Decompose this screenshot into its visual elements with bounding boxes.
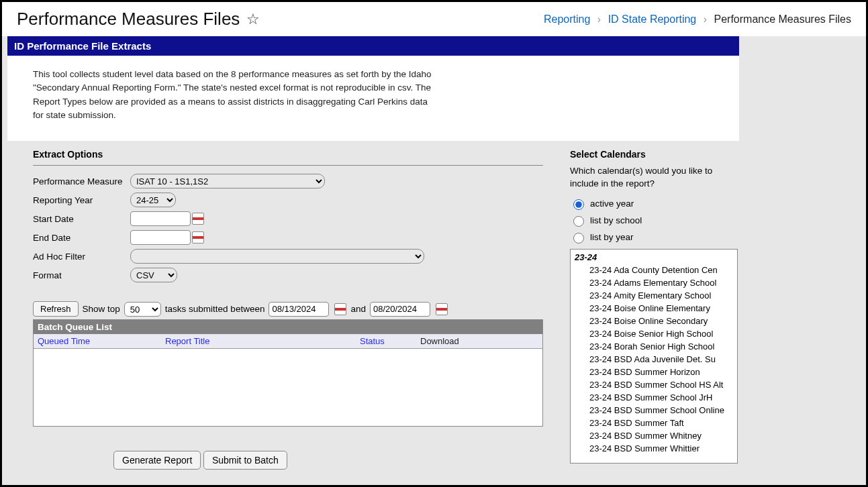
calendar-icon[interactable]	[192, 231, 204, 243]
calendar-item[interactable]: 23-24 Ada County Detention Cen	[575, 264, 733, 276]
submit-to-batch-button[interactable]: Submit to Batch	[203, 451, 287, 470]
calendar-item[interactable]: 23-24 BSD Summer Whittier	[575, 442, 733, 455]
calendar-icon[interactable]	[436, 303, 448, 315]
calendar-item[interactable]: 23-24 BSD Summer Horizon	[575, 366, 733, 378]
radio-label-school: list by school	[590, 215, 642, 225]
label-end-date: End Date	[33, 233, 130, 243]
extract-options-title: Extract Options	[33, 149, 543, 160]
favorite-star-icon[interactable]: ☆	[246, 11, 260, 28]
breadcrumb-link-state[interactable]: ID State Reporting	[608, 13, 697, 25]
col-queued-time[interactable]: Queued Time	[34, 334, 161, 348]
end-date-input[interactable]	[130, 230, 191, 245]
batch-queue-title: Batch Queue List	[34, 320, 542, 334]
select-calendars-title: Select Calendars	[570, 149, 738, 160]
date-from-input[interactable]	[269, 302, 329, 317]
calendar-listbox[interactable]: 23-24 23-24 Ada County Detention Cen23-2…	[570, 249, 738, 464]
calendar-item[interactable]: 23-24 Boise Senior High School	[575, 327, 733, 340]
calendar-item[interactable]: 23-24 Boise Online Secondary	[575, 315, 733, 327]
batch-queue-list: Batch Queue List Queued Time Report Titl…	[33, 319, 543, 427]
chevron-right-icon: ›	[704, 13, 707, 25]
label-format: Format	[33, 270, 130, 280]
label-adhoc-filter: Ad Hoc Filter	[33, 252, 130, 262]
col-report-title[interactable]: Report Title	[161, 334, 356, 348]
calendar-item[interactable]: 23-24 BSD Summer Taft	[575, 417, 733, 429]
radio-list-by-year[interactable]	[573, 233, 584, 243]
start-date-input[interactable]	[130, 211, 191, 226]
format-select[interactable]: CSV	[130, 268, 177, 282]
calendar-group[interactable]: 23-24	[575, 251, 733, 264]
chevron-right-icon: ›	[597, 13, 601, 25]
calendar-icon[interactable]	[192, 213, 204, 225]
calendar-item[interactable]: 23-24 BSD Summer Whitney	[575, 429, 733, 442]
performance-measure-select[interactable]: ISAT 10 - 1S1,1S2	[130, 174, 325, 188]
label-start-date: Start Date	[33, 214, 130, 224]
generate-report-button[interactable]: Generate Report	[113, 451, 201, 470]
adhoc-filter-select[interactable]	[130, 249, 424, 264]
radio-label-year: list by year	[590, 232, 634, 242]
calendar-item[interactable]: 23-24 Boise Online Elementary	[575, 302, 733, 315]
radio-label-active: active year	[590, 199, 634, 209]
calendar-item[interactable]: 23-24 BSD Summer School JrH	[575, 391, 733, 404]
calendar-item[interactable]: 23-24 BSD Summer School Online	[575, 404, 733, 417]
description-text: This tool collects student level data ba…	[7, 56, 739, 141]
label-reporting-year: Reporting Year	[33, 195, 130, 205]
date-to-input[interactable]	[370, 302, 430, 317]
section-banner: ID Performance File Extracts	[7, 36, 739, 56]
radio-active-year[interactable]	[573, 199, 584, 210]
and-label: and	[350, 304, 366, 314]
reporting-year-select[interactable]: 24-25	[130, 193, 176, 207]
calendar-item[interactable]: 23-24 Adams Elementary School	[575, 276, 733, 289]
page-header: Performance Measures Files ☆ Reporting ›…	[2, 2, 866, 36]
show-top-label: Show top	[83, 304, 120, 314]
breadcrumb: Reporting › ID State Reporting › Perform…	[544, 13, 851, 25]
tasks-between-label: tasks submitted between	[165, 304, 265, 314]
calendar-icon[interactable]	[334, 303, 346, 315]
calendar-item[interactable]: 23-24 BSD Summer School HS Alt	[575, 378, 733, 391]
radio-list-by-school[interactable]	[573, 216, 584, 227]
refresh-button[interactable]: Refresh	[33, 301, 79, 317]
show-top-select[interactable]: 50	[124, 302, 161, 317]
breadcrumb-link-reporting[interactable]: Reporting	[544, 13, 590, 25]
col-status[interactable]: Status	[356, 334, 416, 348]
page-title: Performance Measures Files	[17, 9, 240, 30]
calendar-item[interactable]: 23-24 Amity Elementary School	[575, 289, 733, 302]
divider	[33, 165, 543, 166]
select-calendars-question: Which calendar(s) would you like to incl…	[570, 165, 738, 191]
breadcrumb-current: Performance Measures Files	[714, 13, 851, 25]
label-performance-measure: Performance Measure	[33, 176, 130, 186]
col-download: Download	[416, 334, 542, 348]
calendar-item[interactable]: 23-24 Borah Senior High School	[575, 340, 733, 353]
batch-queue-body	[34, 349, 542, 426]
calendar-item[interactable]: 23-24 BSD Ada Juvenile Det. Su	[575, 353, 733, 366]
